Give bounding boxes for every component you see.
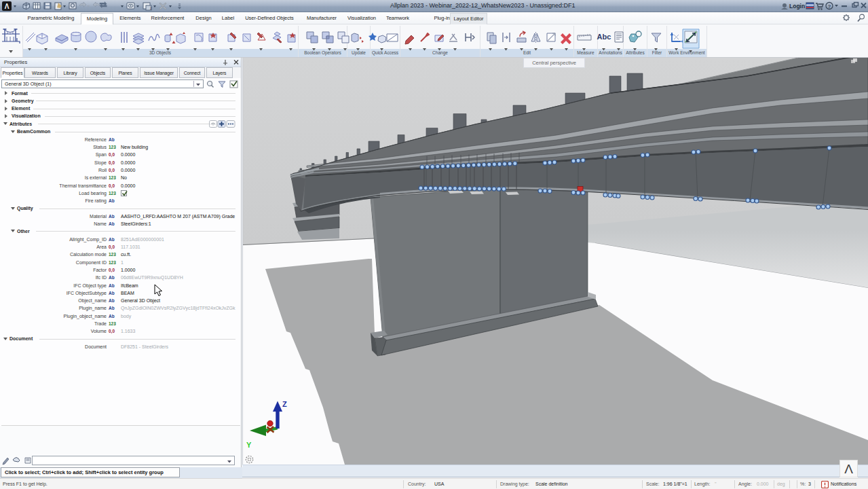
svg-text:Abc: Abc (597, 33, 611, 41)
svg-text:Λ: Λ (5, 3, 10, 10)
svg-text:2: 2 (150, 6, 152, 10)
svg-text:?: ? (828, 3, 831, 10)
svg-text:Y: Y (246, 441, 252, 449)
svg-text:Login: Login (789, 3, 805, 10)
svg-text:Z: Z (282, 400, 287, 408)
